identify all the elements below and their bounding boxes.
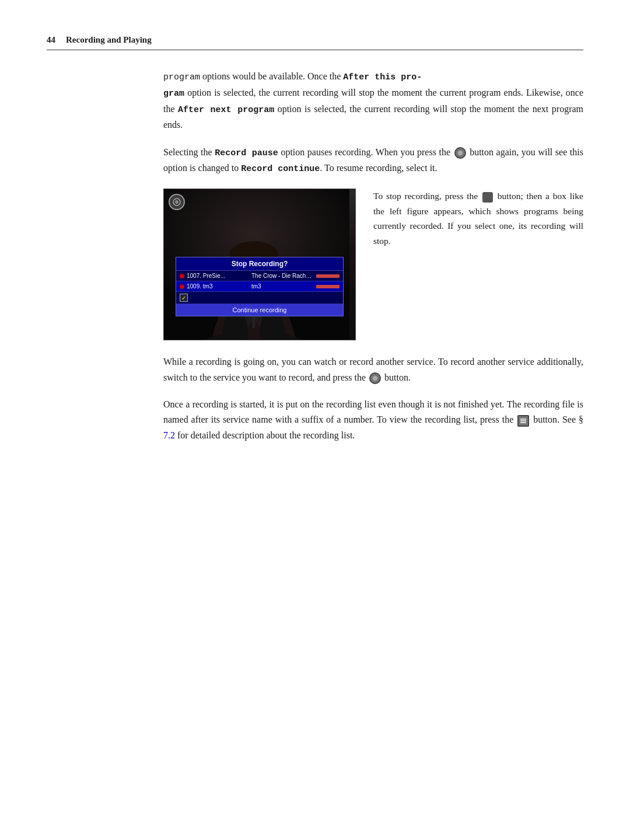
paragraph-4: Once a recording is started, it is put o… bbox=[163, 397, 583, 443]
row2-number: 1009. tm3 bbox=[187, 283, 249, 290]
paragraph-2: Selecting the Record pause option pauses… bbox=[163, 145, 583, 177]
record-button-icon-2 bbox=[369, 372, 381, 384]
figure-description: To stop recording, press the button; the… bbox=[373, 189, 583, 248]
content-area: program options would be available. Once… bbox=[163, 69, 583, 443]
dialog-checkbox[interactable] bbox=[180, 294, 188, 302]
figure-screenshot: Stop Recording? 1007. PreSie... The Crow… bbox=[163, 189, 356, 340]
screenshot-image: Stop Recording? 1007. PreSie... The Crow… bbox=[163, 189, 356, 340]
paragraph-1: program options would be available. Once… bbox=[163, 69, 583, 133]
stop-button-icon-inline bbox=[482, 192, 493, 203]
p2-select-text: Selecting the Record pause option pauses… bbox=[163, 147, 583, 173]
svg-point-11 bbox=[175, 200, 178, 204]
p3-text: While a recording is going on, you can w… bbox=[163, 357, 583, 382]
chapter-title: Recording and Playing bbox=[66, 35, 152, 45]
record-button-icon bbox=[454, 147, 466, 159]
rec-dot-2 bbox=[180, 284, 184, 289]
figure-text: To stop recording, press the button; the… bbox=[373, 191, 583, 246]
p4-text: Once a recording is started, it is put o… bbox=[163, 399, 583, 440]
row1-number: 1007. PreSie... bbox=[187, 273, 249, 279]
p1-program-text: program options would be available. Once… bbox=[163, 71, 583, 130]
dialog-title: Stop Recording? bbox=[176, 257, 343, 271]
dialog-row-1[interactable]: 1007. PreSie... The Crow - Die Rache de.… bbox=[176, 271, 343, 281]
page-header: 44 Recording and Playing bbox=[47, 35, 583, 50]
stop-recording-dialog[interactable]: Stop Recording? 1007. PreSie... The Crow… bbox=[176, 257, 344, 316]
row1-bar bbox=[316, 274, 340, 278]
list-button-icon bbox=[517, 415, 529, 427]
camera-svg bbox=[172, 197, 181, 207]
page-number: 44 bbox=[47, 35, 55, 45]
section-link[interactable]: 7.2 bbox=[163, 430, 175, 440]
continue-recording-button[interactable]: Continue recording bbox=[176, 304, 343, 316]
row2-text: tm3 bbox=[251, 283, 314, 290]
camera-overlay-icon bbox=[169, 194, 185, 210]
rec-dot-1 bbox=[180, 274, 184, 278]
dialog-row-2[interactable]: 1009. tm3 tm3 bbox=[176, 281, 343, 292]
row1-text: The Crow - Die Rache de... bbox=[251, 273, 314, 279]
paragraph-3: While a recording is going on, you can w… bbox=[163, 354, 583, 385]
row2-bar bbox=[316, 285, 340, 288]
figure-section: Stop Recording? 1007. PreSie... The Crow… bbox=[163, 189, 583, 340]
page: 44 Recording and Playing program options… bbox=[0, 0, 630, 840]
